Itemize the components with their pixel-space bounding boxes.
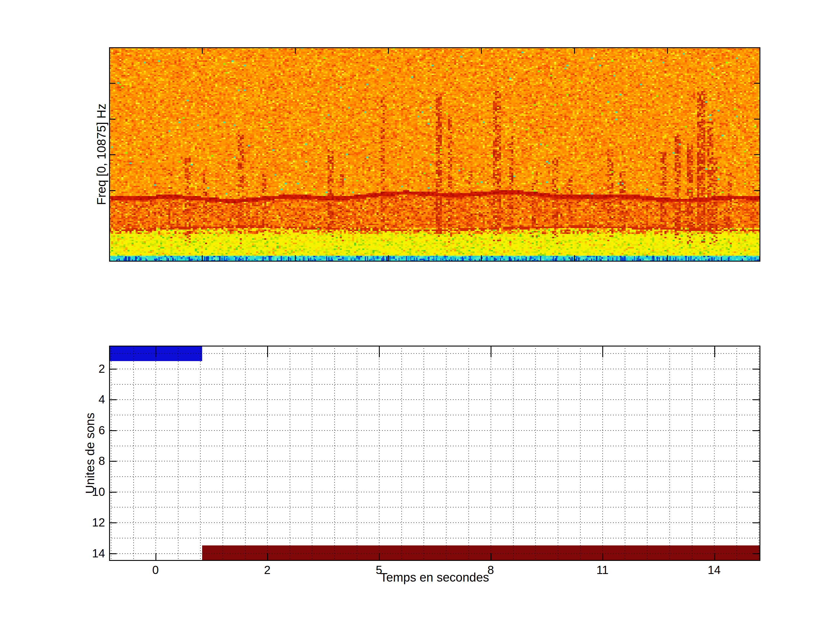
freq-axis-label: Freq [0, 10875] Hz	[95, 104, 109, 205]
spectrogram-y-tick	[109, 154, 115, 155]
gridline-horizontal	[109, 369, 760, 369]
gridline-vertical	[200, 346, 201, 561]
gridline-vertical	[155, 346, 156, 561]
spectrogram-image	[109, 47, 760, 262]
gridline-vertical	[714, 346, 715, 561]
y-tick-label: 12	[61, 515, 105, 530]
y-tick-label: 2	[61, 362, 105, 376]
gridline-horizontal	[109, 415, 760, 415]
gridline-vertical	[491, 346, 491, 561]
spectrogram-y-tick	[109, 119, 115, 120]
detection-y-tick	[109, 553, 117, 554]
x-tick-label: 14	[707, 564, 721, 576]
gridline-horizontal	[109, 507, 760, 507]
gridline-vertical	[178, 346, 178, 561]
gridline-vertical	[535, 346, 536, 561]
x-tick-label: 2	[264, 564, 270, 576]
y-tick-label: 8	[61, 453, 105, 468]
detection-x-tick	[267, 346, 268, 357]
spectrogram-y-tick	[754, 119, 760, 120]
gridline-vertical	[669, 346, 670, 561]
gridline-vertical	[736, 346, 737, 561]
gridline-horizontal	[109, 492, 760, 492]
gridline-vertical	[357, 346, 357, 561]
gridline-horizontal	[109, 430, 760, 431]
spectrogram-x-tick	[574, 255, 575, 262]
gridline-vertical	[290, 346, 290, 561]
detection-x-tick	[155, 553, 156, 561]
spectrogram-x-tick	[388, 255, 389, 262]
figure-canvas: Freq [0, 10875] Hz Unites de sons Temps …	[0, 0, 840, 630]
spectrogram-y-tick	[754, 83, 760, 84]
y-tick-label: 14	[61, 546, 105, 561]
x-tick-label: 8	[487, 564, 494, 576]
x-tick-label: 5	[376, 564, 382, 576]
detection-y-tick	[109, 492, 117, 493]
gridline-vertical	[111, 346, 111, 561]
spectrogram-y-tick	[109, 190, 115, 191]
detection-y-tick	[109, 523, 117, 523]
gridline-vertical	[468, 346, 469, 561]
spectrogram-y-tick	[754, 154, 760, 155]
gridline-horizontal	[109, 446, 760, 446]
spectrogram-x-tick	[667, 255, 668, 262]
gridline-horizontal	[109, 399, 760, 400]
detection-plot	[109, 346, 760, 561]
spectrogram-x-tick	[295, 47, 296, 54]
detection-y-tick	[109, 461, 117, 462]
gridline-vertical	[423, 346, 424, 561]
detection-y-tick	[109, 430, 117, 431]
gridline-vertical	[312, 346, 313, 561]
x-tick-label: 11	[597, 564, 609, 576]
gridline-vertical	[759, 346, 759, 561]
gridline-horizontal	[109, 523, 760, 523]
detection-y-tick	[753, 492, 760, 493]
spectrogram-x-tick	[202, 47, 203, 54]
detection-x-tick	[714, 553, 715, 561]
detection-y-tick	[753, 523, 760, 523]
gridline-vertical	[446, 346, 447, 561]
spectrogram-x-tick	[295, 255, 296, 262]
gridline-vertical	[558, 346, 558, 561]
spectrogram-y-tick	[109, 83, 115, 84]
gridline-vertical	[401, 346, 402, 561]
detection-y-tick	[753, 399, 760, 400]
gridline-vertical	[625, 346, 625, 561]
detection-x-tick	[491, 346, 491, 357]
gridline-horizontal	[109, 353, 760, 354]
x-tick-label: 0	[152, 564, 159, 576]
detection-x-tick	[379, 553, 380, 561]
spectrogram-x-tick	[388, 47, 389, 54]
gridline-vertical	[334, 346, 335, 561]
spectrogram-x-tick	[574, 47, 575, 54]
detection-y-tick	[753, 553, 760, 554]
gridline-vertical	[133, 346, 134, 561]
spectrogram-x-tick	[481, 47, 482, 54]
gridline-vertical	[245, 346, 246, 561]
gridline-vertical	[267, 346, 268, 561]
gridline-horizontal	[109, 538, 760, 538]
gridline-vertical	[223, 346, 223, 561]
y-tick-label: 10	[61, 485, 105, 499]
gridline-horizontal	[109, 476, 760, 477]
detection-y-tick	[109, 399, 117, 400]
detection-x-tick	[602, 553, 603, 561]
detection-y-tick	[753, 461, 760, 462]
gridline-vertical	[647, 346, 647, 561]
y-tick-label: 4	[61, 392, 105, 407]
gridline-horizontal	[109, 384, 760, 385]
gridline-vertical	[692, 346, 692, 561]
detection-y-tick	[753, 430, 760, 431]
gridline-vertical	[379, 346, 379, 561]
detection-x-tick	[267, 553, 268, 561]
gridline-horizontal	[109, 461, 760, 461]
detection-x-tick	[155, 346, 156, 357]
spectrogram-x-tick	[202, 255, 203, 262]
detection-x-tick	[602, 346, 603, 357]
detection-x-tick	[491, 553, 491, 561]
detection-y-tick	[753, 369, 760, 369]
gridline-vertical	[580, 346, 581, 561]
gridline-vertical	[602, 346, 603, 561]
spectrogram-plot	[109, 47, 760, 262]
gridline-vertical	[513, 346, 514, 561]
